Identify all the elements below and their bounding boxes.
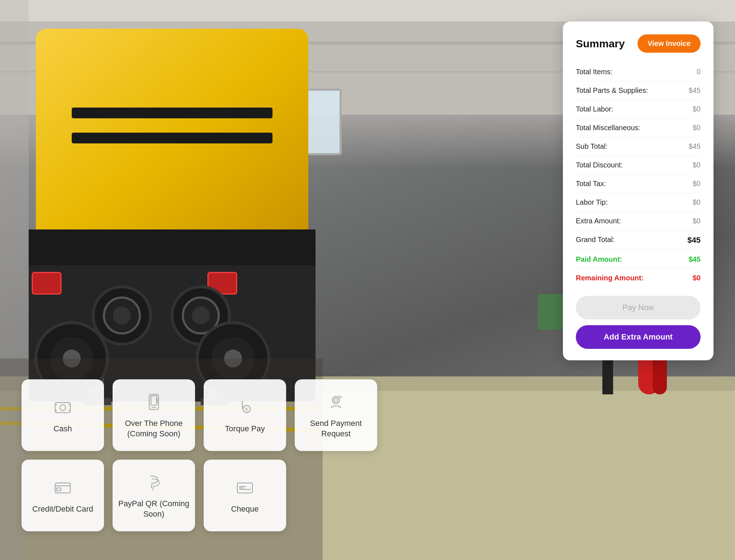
svg-rect-21 xyxy=(72,108,272,118)
summary-row-subtotal: Sub Total: $45 xyxy=(576,137,701,156)
paid-amount-value: $45 xyxy=(689,255,701,264)
summary-row-paid: Paid Amount: $45 xyxy=(576,250,701,269)
extra-amount-label: Extra Amount: xyxy=(576,217,693,225)
labor-tip-label: Labor Tip: xyxy=(576,198,693,207)
payment-option-cheque[interactable]: Cheque xyxy=(204,460,286,531)
svg-rect-50 xyxy=(151,396,157,405)
summary-row-tax: Total Tax: $0 xyxy=(576,175,701,193)
send-payment-label: Send Payment Request xyxy=(295,418,377,439)
labor-tip-value: $0 xyxy=(693,198,701,207)
payment-option-send-payment[interactable]: Send Payment Request xyxy=(295,379,377,451)
svg-rect-25 xyxy=(32,272,61,294)
misc-value: $0 xyxy=(693,124,701,132)
svg-rect-24 xyxy=(29,229,316,265)
labor-label: Total Labor: xyxy=(576,105,693,113)
grand-total-label: Grand Total: xyxy=(576,236,687,244)
tax-label: Total Tax: xyxy=(576,180,693,188)
torque-pay-label: Torque Pay xyxy=(225,424,265,434)
payment-option-cash[interactable]: Cash xyxy=(22,379,104,451)
discount-value: $0 xyxy=(693,161,701,169)
svg-rect-22 xyxy=(72,133,272,143)
cash-label: Cash xyxy=(53,424,72,434)
payment-option-torque-pay[interactable]: $ Torque Pay xyxy=(204,379,286,451)
subtotal-value: $45 xyxy=(689,142,701,151)
summary-title: Summary xyxy=(576,38,625,50)
torque-pay-icon: $ xyxy=(234,397,256,418)
total-items-value: 0 xyxy=(697,68,701,76)
remaining-amount-label: Remaining Amount: xyxy=(576,274,693,282)
svg-rect-47 xyxy=(55,403,70,413)
svg-point-48 xyxy=(60,405,66,410)
svg-point-58 xyxy=(334,398,338,402)
svg-point-34 xyxy=(192,307,210,324)
svg-point-57 xyxy=(332,397,340,404)
summary-row-remaining: Remaining Amount: $0 xyxy=(576,269,701,287)
svg-rect-1 xyxy=(0,0,735,22)
cheque-icon xyxy=(234,477,256,498)
paid-amount-label: Paid Amount: xyxy=(576,255,689,264)
discount-label: Total Discount: xyxy=(576,161,693,169)
extra-amount-value: $0 xyxy=(693,217,701,225)
payment-row-1: Cash Over The Phone (Coming Soon) xyxy=(22,379,377,451)
summary-row-labor: Total Labor: $0 xyxy=(576,100,701,119)
summary-row-extra: Extra Amount: $0 xyxy=(576,212,701,231)
tax-value: $0 xyxy=(693,180,701,188)
svg-text:$: $ xyxy=(245,407,248,412)
svg-rect-45 xyxy=(538,294,566,330)
parts-label: Total Parts & Supplies: xyxy=(576,86,689,95)
payment-methods-section: Cash Over The Phone (Coming Soon) xyxy=(22,379,377,531)
summary-row-parts: Total Parts & Supplies: $45 xyxy=(576,81,701,100)
pay-now-button[interactable]: Pay Now xyxy=(576,296,701,319)
svg-rect-61 xyxy=(57,488,61,491)
summary-row-total-items: Total Items: 0 xyxy=(576,63,701,81)
summary-header: Summary View Invoice xyxy=(576,34,701,53)
paypal-icon xyxy=(143,471,165,493)
credit-card-icon xyxy=(52,477,74,498)
summary-row-labor-tip: Labor Tip: $0 xyxy=(576,193,701,212)
parts-value: $45 xyxy=(689,86,701,95)
summary-panel: Summary View Invoice Total Items: 0 Tota… xyxy=(563,22,713,360)
remaining-amount-value: $0 xyxy=(693,274,701,282)
payment-option-paypal[interactable]: PayPal QR (Coming Soon) xyxy=(113,460,195,531)
phone-payment-label: Over The Phone (Coming Soon) xyxy=(113,418,195,439)
add-extra-amount-button[interactable]: Add Extra Amount xyxy=(576,325,701,349)
credit-debit-label: Credit/Debit Card xyxy=(32,504,93,514)
summary-row-grand-total: Grand Total: $45 xyxy=(576,231,701,250)
subtotal-label: Sub Total: xyxy=(576,142,689,151)
total-items-label: Total Items: xyxy=(576,68,697,76)
payment-option-over-the-phone[interactable]: Over The Phone (Coming Soon) xyxy=(113,379,195,451)
misc-label: Total Miscellaneous: xyxy=(576,124,693,132)
labor-value: $0 xyxy=(693,105,701,113)
send-payment-icon xyxy=(325,391,347,413)
summary-row-misc: Total Miscellaneous: $0 xyxy=(576,119,701,137)
grand-total-value: $45 xyxy=(687,236,701,245)
svg-point-31 xyxy=(113,307,131,324)
paypal-label: PayPal QR (Coming Soon) xyxy=(113,499,195,519)
payment-row-2: Credit/Debit Card PayPal QR (Coming Soon… xyxy=(22,460,377,531)
summary-row-discount: Total Discount: $0 xyxy=(576,156,701,175)
phone-payment-icon xyxy=(143,391,165,413)
cash-icon xyxy=(52,397,74,418)
payment-option-credit-debit[interactable]: Credit/Debit Card xyxy=(22,460,104,531)
cheque-label: Cheque xyxy=(231,504,259,514)
view-invoice-button[interactable]: View Invoice xyxy=(637,34,701,53)
